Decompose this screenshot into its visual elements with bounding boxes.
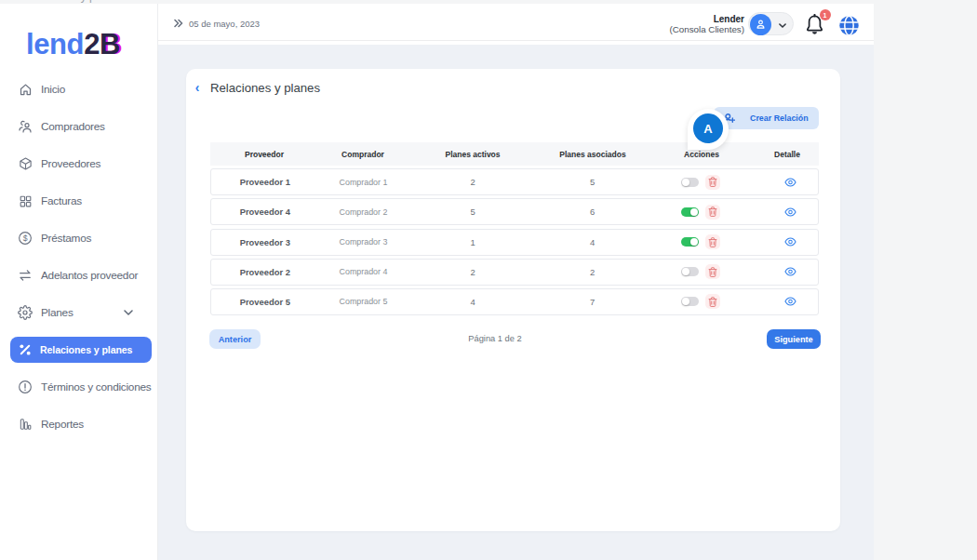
svg-text:$: $ bbox=[23, 233, 28, 243]
